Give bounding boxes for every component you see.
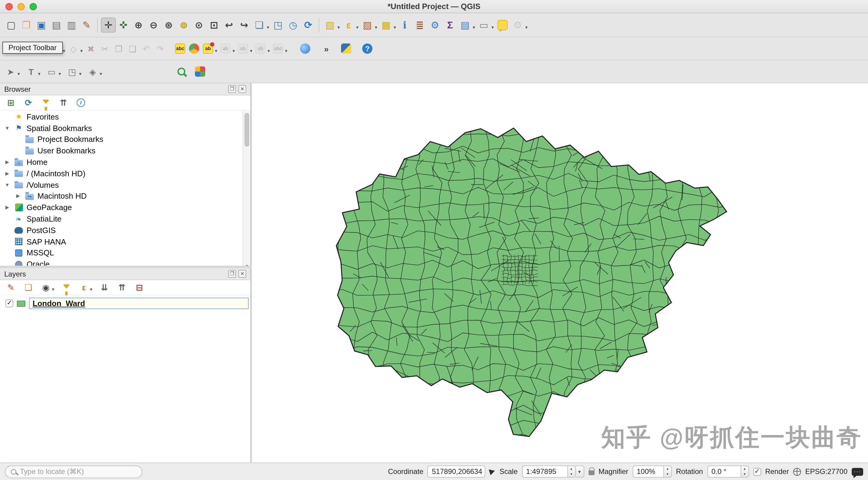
select-by-value-dropdown-icon[interactable]: ▾: [394, 25, 396, 30]
text-annotation-icon[interactable]: T: [24, 65, 38, 79]
chevron-right-icon[interactable]: ▶: [4, 159, 11, 165]
layer-name-field[interactable]: London_Ward: [29, 298, 249, 309]
browser-item-sap-hana[interactable]: SAP HANA: [0, 236, 243, 247]
magnifier-input[interactable]: 100%: [632, 466, 664, 478]
layer-visibility-checkbox[interactable]: [5, 299, 13, 307]
svg-annotation-icon[interactable]: ◈: [86, 65, 100, 79]
change-label-properties-dropdown-icon[interactable]: ▾: [285, 48, 287, 54]
browser-item-macintosh-hd[interactable]: ▶Macintosh HD: [0, 190, 243, 202]
remove-layer-icon[interactable]: ⊟: [134, 282, 145, 293]
temporal-controller-icon[interactable]: ◷: [285, 18, 301, 33]
scrollbar-thumb[interactable]: [245, 113, 249, 147]
rotation-stepper[interactable]: ▴▾: [741, 466, 749, 478]
crs-label[interactable]: EPSG:27700: [805, 467, 847, 476]
select-by-expression-icon[interactable]: ε: [341, 18, 356, 33]
change-label-properties-icon[interactable]: abc: [271, 42, 285, 56]
zoom-next-icon[interactable]: ↪: [237, 18, 252, 33]
magnifier-stepper[interactable]: ▴▾: [664, 466, 672, 478]
measure-icon[interactable]: ▭: [476, 18, 491, 33]
field-calculator-icon[interactable]: ≣: [412, 18, 427, 33]
rotate-label-icon[interactable]: ab: [253, 42, 268, 56]
select-features-icon[interactable]: ▧: [322, 18, 337, 33]
filter-legend-icon[interactable]: [61, 282, 72, 293]
manage-map-themes-dropdown-icon[interactable]: ▾: [52, 287, 54, 292]
move-label-dropdown-icon[interactable]: ▾: [250, 48, 252, 54]
move-label-icon[interactable]: ab: [236, 42, 250, 56]
collapse-all-layers-icon[interactable]: ⇈: [117, 282, 127, 293]
map-tips-icon[interactable]: [495, 18, 510, 33]
locate-search-input[interactable]: Type to locate (⌘K): [5, 465, 143, 478]
highlight-pinned-labels-dropdown-icon[interactable]: ▾: [232, 48, 235, 54]
pin-labels-icon[interactable]: ab: [201, 42, 215, 56]
zoom-in-icon[interactable]: ⊕: [131, 18, 146, 33]
toolbar-overflow-icon[interactable]: »: [319, 42, 333, 56]
cut-features-icon[interactable]: ✂: [98, 42, 112, 56]
vertex-tool-icon[interactable]: ◇: [66, 42, 80, 56]
rotation-spinbox[interactable]: 0.0 ° ▴▾: [707, 466, 749, 478]
rotate-label-dropdown-icon[interactable]: ▾: [268, 48, 270, 54]
layer-row-london-ward[interactable]: London_Ward: [2, 297, 249, 310]
identify-features-icon[interactable]: ℹ: [397, 18, 412, 33]
attributes-panel-icon[interactable]: ▤: [458, 18, 473, 33]
new-print-layout-icon[interactable]: ▤: [49, 18, 64, 33]
redo-icon[interactable]: ↷: [153, 42, 167, 56]
add-feature-dropdown-icon[interactable]: ▾: [63, 48, 65, 54]
style-manager-icon[interactable]: ✎: [79, 18, 94, 33]
paste-features-icon[interactable]: ❑: [126, 42, 140, 56]
open-project-icon[interactable]: ❐: [19, 18, 34, 33]
help-icon[interactable]: ?: [360, 42, 374, 56]
layers-float-icon[interactable]: ❐: [228, 270, 236, 278]
add-group-icon[interactable]: ❏: [23, 282, 34, 293]
statistical-summary-icon[interactable]: Σ: [442, 18, 458, 33]
map-canvas[interactable]: 知乎 @呀抓住一块曲奇: [252, 83, 868, 462]
deselect-features-dropdown-icon[interactable]: ▾: [375, 25, 377, 30]
html-annotation-dropdown-icon[interactable]: ▾: [79, 71, 82, 77]
properties-widget-icon[interactable]: i: [75, 97, 86, 108]
measure-dropdown-icon[interactable]: ▾: [491, 25, 494, 30]
layers-close-icon[interactable]: ✕: [239, 270, 246, 278]
browser-item-home[interactable]: ▶Home: [0, 156, 243, 168]
filter-by-expression-icon[interactable]: ε: [79, 282, 89, 293]
collapse-all-browser-icon[interactable]: ⇈: [58, 97, 69, 108]
new-3d-map-view-icon[interactable]: ◳: [271, 18, 285, 33]
crs-globe-icon[interactable]: [793, 468, 801, 476]
new-map-view-icon[interactable]: ❏: [252, 18, 267, 33]
text-annotation-dropdown-icon[interactable]: ▾: [38, 71, 40, 77]
html-annotation-icon[interactable]: ◳: [65, 65, 79, 79]
attributes-panel-dropdown-icon[interactable]: ▾: [473, 25, 475, 30]
zoom-out-icon[interactable]: ⊖: [146, 18, 161, 33]
manage-map-themes-icon[interactable]: ◉: [40, 282, 51, 293]
python-console-icon[interactable]: [339, 42, 353, 56]
fullscreen-window-button[interactable]: [30, 3, 37, 10]
browser-item-favorites[interactable]: ★Favorites: [0, 111, 243, 123]
minimize-window-button[interactable]: [18, 3, 25, 10]
zoom-last-icon[interactable]: ↩: [221, 18, 237, 33]
chevron-right-icon[interactable]: ▶: [14, 193, 22, 199]
deselect-features-icon[interactable]: ▨: [360, 18, 375, 33]
show-layout-manager-icon[interactable]: ▥: [64, 18, 79, 33]
rotation-input[interactable]: 0.0 °: [707, 466, 741, 478]
chevron-down-icon[interactable]: ▼: [4, 182, 11, 187]
messages-bubble-icon[interactable]: [852, 468, 863, 476]
zoom-to-layer-icon[interactable]: ⊙: [191, 18, 207, 33]
layer-diagram-icon[interactable]: [187, 42, 201, 56]
scale-combobox[interactable]: 1:497895 ▴▾ ▾: [522, 466, 584, 478]
save-project-icon[interactable]: ▣: [34, 18, 49, 33]
filter-browser-icon[interactable]: [40, 97, 51, 108]
open-layer-styling-icon[interactable]: ✎: [5, 282, 16, 293]
browser-item-mssql[interactable]: MSSQL: [0, 247, 243, 259]
delete-selected-icon[interactable]: ✖: [84, 42, 98, 56]
new-map-view-dropdown-icon[interactable]: ▾: [267, 25, 269, 30]
processing-toolbox-icon[interactable]: ⚙: [427, 18, 442, 33]
browser-item-spatial-bookmarks[interactable]: ▼⚑Spatial Bookmarks: [0, 123, 243, 134]
pin-labels-dropdown-icon[interactable]: ▾: [215, 48, 217, 54]
metasearch-icon[interactable]: [298, 42, 312, 56]
filter-by-expression-dropdown-icon[interactable]: ▾: [90, 287, 92, 292]
close-window-button[interactable]: [5, 3, 13, 10]
copy-features-icon[interactable]: ❐: [112, 42, 126, 56]
render-checkbox[interactable]: [753, 468, 761, 476]
scale-stepper[interactable]: ▴▾: [568, 466, 576, 478]
move-annotation-icon[interactable]: ➤: [4, 65, 18, 79]
browser-item-user-bookmarks[interactable]: User Bookmarks: [0, 145, 243, 157]
form-annotation-dropdown-icon[interactable]: ▾: [59, 71, 61, 77]
